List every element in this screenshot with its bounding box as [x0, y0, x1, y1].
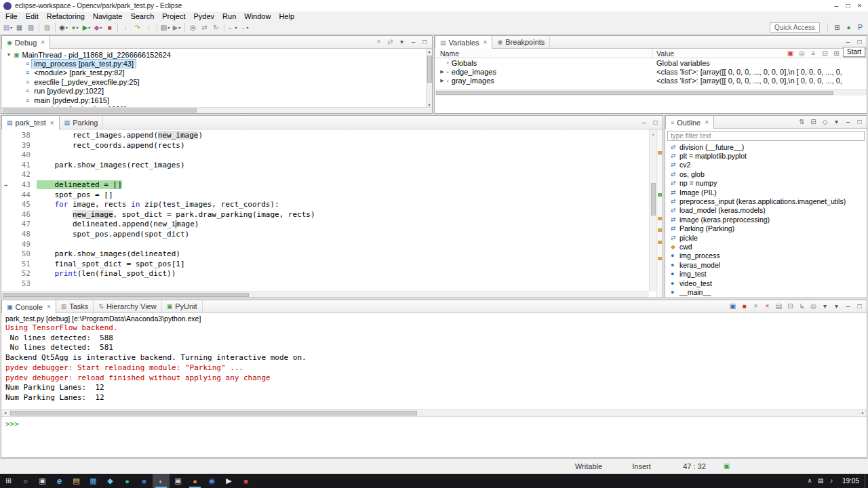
gutter-marker[interactable]: [1, 220, 10, 230]
print-icon[interactable]: ▥: [41, 22, 53, 33]
outline-item[interactable]: ⇄Image (PIL): [665, 188, 867, 197]
run-icon[interactable]: ▶▾: [81, 22, 92, 33]
column-header-name[interactable]: Name: [435, 49, 653, 58]
taskbar-app-teal[interactable]: ●: [119, 474, 136, 488]
annotations-next-icon[interactable]: ⇄: [199, 22, 210, 33]
code-line[interactable]: →43 delineated = []: [1, 180, 663, 190]
tab-console[interactable]: ▣Console×: [1, 300, 56, 313]
tray-network-icon[interactable]: ▤: [815, 476, 826, 487]
tab-outline[interactable]: ≡Outline×: [665, 116, 714, 129]
menu-search[interactable]: Search: [126, 12, 158, 20]
code-line[interactable]: 44 spot_pos = []: [1, 190, 663, 201]
terminate-icon[interactable]: ■: [738, 301, 750, 312]
code-line[interactable]: 48 spot_pos.append(spot_dict): [1, 230, 663, 240]
stack-frame[interactable]: ≡img_process [park_test.py:43]: [1, 59, 432, 68]
outline-item[interactable]: ●video_test: [665, 279, 867, 287]
outline-item[interactable]: ⇄image (keras.preprocessing): [665, 215, 867, 224]
menu-window[interactable]: Window: [240, 12, 275, 20]
close-tab-icon[interactable]: ×: [50, 119, 54, 127]
minimize-view-icon[interactable]: –: [842, 37, 854, 47]
ruler-annotation-mark[interactable]: [658, 257, 662, 260]
gutter-marker[interactable]: [1, 249, 10, 260]
pin-console-icon[interactable]: ◎: [808, 301, 819, 312]
taskbar-app-photos[interactable]: ◆: [102, 474, 119, 488]
stack-frame[interactable]: ≡execfile [_pydev_execfile.py:25]: [1, 77, 432, 86]
close-tab-icon[interactable]: ×: [705, 119, 709, 126]
variable-row[interactable]: ▶▪edge_images<class 'list'>: [array([[ 0…: [435, 67, 867, 76]
outline-item[interactable]: ⇄cv2: [665, 161, 867, 169]
taskbar-app-gray[interactable]: ▣: [170, 474, 186, 488]
menu-project[interactable]: Project: [158, 12, 189, 20]
outline-item[interactable]: ◆cwd: [665, 242, 867, 251]
collapse-all-icon[interactable]: ⊟: [819, 48, 831, 59]
code-line[interactable]: 53: [1, 279, 663, 289]
profile-icon[interactable]: ◆▾: [92, 22, 104, 33]
ruler-annotation-mark[interactable]: [658, 241, 662, 244]
display-selected-console-icon[interactable]: ▾: [819, 301, 831, 312]
minimize-window-icon[interactable]: –: [831, 1, 842, 12]
tab-park-test[interactable]: ▤park_test×: [1, 116, 60, 129]
outline-item[interactable]: ⇄np = numpy: [665, 179, 867, 188]
taskbar-app-media[interactable]: ▶: [220, 474, 237, 488]
clear-console-icon[interactable]: ▤: [773, 301, 785, 312]
taskbar-app-blue2[interactable]: ◉: [203, 474, 220, 488]
save-icon[interactable]: ▦: [14, 22, 25, 33]
code-line[interactable]: 38 rect_images.append(new_image): [1, 131, 663, 141]
menu-run[interactable]: Run: [218, 12, 240, 20]
debug-vertical-scrollbar[interactable]: ▴▾: [426, 49, 432, 107]
code-line[interactable]: 41 park.show_images(rect_images): [1, 161, 663, 171]
gutter-marker[interactable]: [1, 269, 10, 279]
thread-row[interactable]: ▼▣MainThread - pid_11868_id_226666615262…: [1, 50, 432, 59]
menu-refactoring[interactable]: Refactoring: [43, 12, 89, 20]
menu-help[interactable]: Help: [275, 12, 298, 20]
sort-icon[interactable]: ⇅: [796, 117, 808, 127]
remove-all-launches-icon[interactable]: ×: [762, 301, 773, 312]
tray-volume-icon[interactable]: ♪: [826, 476, 837, 487]
close-tab-icon[interactable]: ×: [41, 39, 45, 46]
console-process-icon[interactable]: ▣: [727, 301, 738, 312]
step-into-icon[interactable]: ↓: [120, 22, 132, 33]
code-line[interactable]: 50 park.show_images(delineated): [1, 249, 663, 260]
code-line[interactable]: 40: [1, 150, 663, 161]
gutter-marker[interactable]: [1, 131, 10, 141]
start-button[interactable]: ⊞: [0, 474, 17, 488]
stack-frame[interactable]: ≡main [pydevd.py:1615]: [1, 96, 432, 104]
tab-parking[interactable]: ▤Parking: [60, 116, 104, 129]
outline-filter-input[interactable]: type filter text: [667, 131, 865, 141]
close-tab-icon[interactable]: ×: [47, 303, 51, 310]
quick-access-box[interactable]: Quick Access: [770, 22, 820, 33]
taskbar-clock[interactable]: 19:05: [837, 477, 865, 485]
search-icon[interactable]: ◎: [187, 22, 199, 33]
ruler-annotation-mark[interactable]: [658, 217, 662, 220]
code-line[interactable]: 49: [1, 240, 663, 250]
code-line[interactable]: 46 new_image, spot_dict = park.draw_park…: [1, 210, 663, 220]
taskbar-app-eclipse[interactable]: ◐: [153, 474, 170, 488]
external-tools-icon[interactable]: ▶▾: [171, 22, 182, 33]
maximize-window-icon[interactable]: □: [842, 1, 854, 12]
expander-icon[interactable]: ▶: [439, 69, 446, 75]
task-view-button[interactable]: ▣: [34, 474, 51, 488]
last-edit-icon[interactable]: ↻: [210, 22, 222, 33]
debug-icon[interactable]: ●▾: [69, 22, 81, 33]
taskbar-app-blue[interactable]: ■: [136, 474, 153, 488]
variable-row[interactable]: ▪GlobalsGlobal variables: [435, 58, 867, 67]
code-line[interactable]: 42: [1, 170, 663, 180]
outline-item[interactable]: ⇄os, glob: [665, 169, 867, 178]
taskbar-app-store[interactable]: ▦: [85, 474, 102, 488]
terminate-icon[interactable]: ■: [104, 22, 115, 33]
gutter-marker[interactable]: [1, 210, 10, 220]
taskbar-app-edge[interactable]: e: [51, 474, 68, 488]
code-line[interactable]: 51 final_spot_dict = spot_pos[1]: [1, 260, 663, 270]
menu-file[interactable]: File: [1, 12, 22, 20]
watch-icon[interactable]: ◎: [796, 48, 808, 59]
column-header-value[interactable]: Value: [653, 49, 785, 58]
show-desktop-button[interactable]: [865, 474, 868, 488]
gutter-marker[interactable]: [1, 150, 10, 161]
outline-item[interactable]: ⇄preprocess_input (keras.applications.im…: [665, 197, 867, 205]
outline-item[interactable]: ⇄pickle: [665, 233, 867, 242]
gutter-marker[interactable]: [1, 161, 10, 171]
add-variable-icon[interactable]: ⊞: [831, 48, 842, 59]
menu-navigate[interactable]: Navigate: [89, 12, 126, 20]
gutter-marker[interactable]: [1, 170, 10, 180]
maximize-view-icon[interactable]: □: [419, 37, 431, 47]
